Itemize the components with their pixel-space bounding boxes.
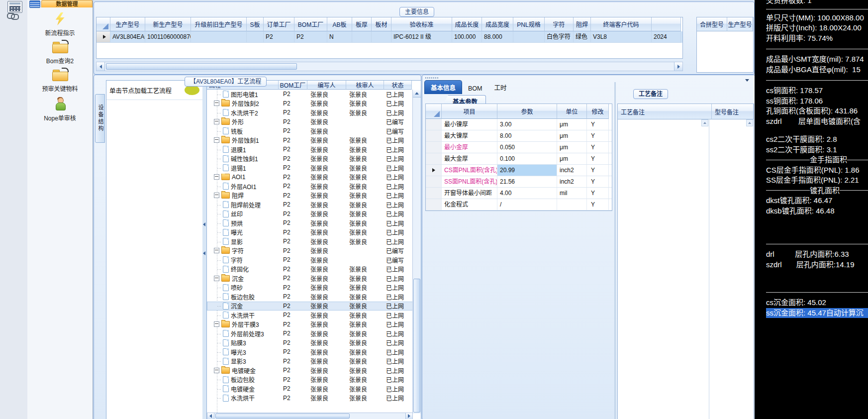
link-chain-icon[interactable] xyxy=(7,13,20,19)
column-header[interactable]: 成品宽度 xyxy=(482,17,513,31)
scroll-up-button[interactable] xyxy=(746,119,753,126)
tree-row[interactable]: 外层前处理3 P2 张景良 张景良 已上网 xyxy=(207,329,413,338)
param-name-cell[interactable]: 最小金厚 xyxy=(442,142,497,153)
cell[interactable]: P2 xyxy=(294,31,327,43)
param-row[interactable]: 最小金厚 0.050 μm Y xyxy=(426,142,612,153)
row-marker[interactable] xyxy=(426,199,442,210)
collapse-toggle-icon[interactable] xyxy=(214,193,219,198)
tree-row[interactable]: 曝光3 P2 张景良 张景良 已上网 xyxy=(207,347,413,357)
column-header[interactable]: 终端客户代码 xyxy=(591,17,652,31)
param-unit-cell[interactable]: μm xyxy=(557,119,587,130)
column-header[interactable]: S板 xyxy=(247,17,264,31)
collapse-toggle-icon[interactable] xyxy=(214,101,219,106)
param-unit-cell[interactable]: μm xyxy=(557,130,587,141)
cell[interactable]: 10011060000870 xyxy=(145,31,191,43)
param-unit-cell[interactable]: inch2 xyxy=(557,176,587,187)
splitter[interactable] xyxy=(202,80,206,419)
param-mod-cell[interactable]: Y xyxy=(587,119,609,130)
column-header[interactable]: 字符 xyxy=(545,17,574,31)
tree-vscrollbar[interactable] xyxy=(412,90,421,414)
tree-row[interactable]: 铣板 P2 张景良 已编写 xyxy=(207,126,413,136)
cell[interactable]: 2024 xyxy=(652,31,681,43)
cell[interactable] xyxy=(372,31,391,43)
param-mod-cell[interactable]: Y xyxy=(587,199,609,210)
column-header[interactable]: 核审人 xyxy=(346,81,384,90)
tree-row[interactable]: 显影 P2 张景良 张景良 已上网 xyxy=(207,237,413,246)
param-value-cell[interactable]: 21.56 xyxy=(497,176,557,187)
tab-equipment-structure[interactable]: 设备结构 xyxy=(95,94,105,143)
param-row[interactable]: 开窗导体最小间距 4.00 mil Y xyxy=(426,188,612,199)
row-marker[interactable] xyxy=(426,142,442,153)
scroll-thumb[interactable] xyxy=(106,63,297,70)
main-info-tab[interactable]: 主要信息 xyxy=(399,7,434,17)
column-header[interactable]: 成品长度 xyxy=(452,17,482,31)
process-flow-tab[interactable]: 【AV3L804EA0】工艺流程 xyxy=(185,77,267,87)
tab[interactable]: BOM xyxy=(462,83,488,94)
notes-tab[interactable]: 工艺备注 xyxy=(633,89,668,99)
cell[interactable] xyxy=(191,31,247,43)
tree-row[interactable]: 沉金 P2 张景良 张景良 已上网 xyxy=(207,274,413,283)
tree-row[interactable]: 退膜1 P2 张景良 张景良 已上网 xyxy=(207,145,413,154)
param-value-cell[interactable]: 8.00 xyxy=(497,130,557,141)
tree-row[interactable]: 曝光 P2 张景良 张景良 已上网 xyxy=(207,228,413,237)
tree-row[interactable]: 电镀硬金 P2 张景良 张景良 已上网 xyxy=(207,366,413,375)
column-header[interactable]: 编写人 xyxy=(307,81,346,90)
scroll-thumb[interactable] xyxy=(215,414,350,419)
tree-row[interactable]: 外层蚀刻1 P2 张景良 张景良 已上网 xyxy=(207,136,413,145)
param-name-cell[interactable]: CS面PNL面积(含孔) xyxy=(442,165,497,176)
tree-row[interactable]: 预烘 P2 张景良 张景良 已上网 xyxy=(207,218,413,228)
tree-row[interactable]: 电镀硬金 P2 张景良 张景良 已上网 xyxy=(207,384,413,394)
column-header[interactable]: 阻焊 xyxy=(574,17,591,31)
param-mod-cell[interactable]: Y xyxy=(587,130,609,141)
param-mod-cell[interactable]: Y xyxy=(587,153,609,164)
param-mod-cell[interactable]: Y xyxy=(587,165,609,176)
collapse-toggle-icon[interactable] xyxy=(214,119,219,124)
scroll-up-button[interactable] xyxy=(701,119,708,126)
column-header[interactable]: 升级前旧生产型号 xyxy=(191,17,247,31)
column-header[interactable]: 板厚 xyxy=(352,17,372,31)
sidebar-group-title[interactable]: 数据管理 xyxy=(41,0,93,7)
param-name-cell[interactable]: 最大镍厚 xyxy=(442,130,497,141)
column-header[interactable]: 合拼型号 xyxy=(697,17,727,31)
column-header[interactable]: 新生产型号 xyxy=(145,17,191,31)
tab[interactable]: 基本信息 xyxy=(424,80,462,94)
collapse-left-icon[interactable] xyxy=(203,251,205,255)
row-marker[interactable] xyxy=(426,119,442,130)
tree-row[interactable]: 终固化 P2 张景良 张景良 已上网 xyxy=(207,265,413,274)
column-header[interactable]: 项目 xyxy=(442,104,497,119)
scroll-left-button[interactable] xyxy=(96,62,105,71)
column-header[interactable]: 验收标准 xyxy=(391,17,452,31)
cell[interactable]: N xyxy=(327,31,352,43)
row-marker[interactable] xyxy=(426,153,442,164)
row-marker[interactable] xyxy=(96,31,110,43)
sidebar-item[interactable]: 新流程指示 xyxy=(27,12,93,37)
param-name-cell[interactable]: 最小镍厚 xyxy=(442,119,497,130)
column-header[interactable]: 生产型号 xyxy=(110,17,145,31)
scroll-right-button[interactable] xyxy=(405,413,412,419)
param-value-cell[interactable]: 20.99 xyxy=(497,165,557,176)
row-marker[interactable] xyxy=(426,188,442,199)
param-name-cell[interactable]: 化金程式 xyxy=(442,199,497,210)
column-header[interactable]: 板材 xyxy=(372,17,391,31)
param-row[interactable]: 最小镍厚 3.00 μm Y xyxy=(426,119,612,130)
column-header[interactable]: BOM工厂 xyxy=(294,17,327,31)
tree-row[interactable]: 阻焊 P2 张景良 张景良 已上网 xyxy=(207,191,413,201)
tree-row[interactable]: 外层AOI1 P2 张景良 张景良 已上网 xyxy=(207,182,413,191)
column-header[interactable]: PNL规格 xyxy=(513,17,545,31)
select-all-corner[interactable] xyxy=(426,104,442,119)
row-marker[interactable] xyxy=(426,165,442,176)
cell[interactable]: IPC-6012 II 级 xyxy=(391,31,452,43)
sidebar-item[interactable]: Nope单审核 xyxy=(27,98,93,122)
tree-row[interactable]: 水洗烘干 P2 张景良 张景良 已上网 xyxy=(207,311,413,320)
tree-row[interactable]: 显影3 P2 张景良 张景良 已上网 xyxy=(207,357,413,366)
cell[interactable]: 白色字符 xyxy=(545,31,574,43)
cell[interactable]: 绿色 xyxy=(574,31,591,43)
collapse-toggle-icon[interactable] xyxy=(214,174,219,180)
column-header[interactable]: 工艺备注 xyxy=(618,104,712,119)
column-header[interactable]: 参数 xyxy=(497,104,557,119)
param-mod-cell[interactable]: Y xyxy=(587,176,609,187)
collapse-toggle-icon[interactable] xyxy=(214,321,219,327)
param-name-cell[interactable]: SS面PNL面积(含孔) xyxy=(442,176,497,187)
param-unit-cell[interactable] xyxy=(557,199,587,210)
param-mod-cell[interactable]: Y xyxy=(587,142,609,153)
